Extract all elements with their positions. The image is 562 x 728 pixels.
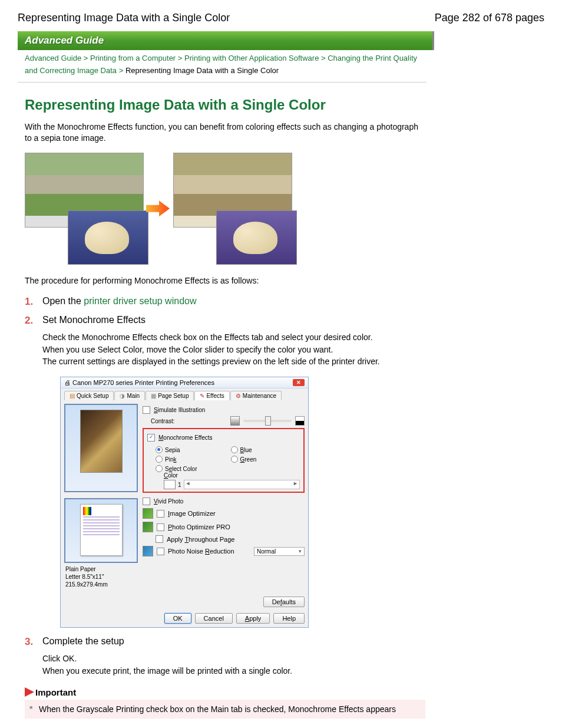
- image-optimizer-checkbox[interactable]: [157, 510, 164, 518]
- step-number: 3.: [25, 636, 33, 648]
- breadcrumb: Advanced Guide > Printing from a Compute…: [18, 50, 427, 83]
- monochrome-effects-checkbox[interactable]: [147, 434, 155, 442]
- procedure-intro: The procedure for performing Monochrome …: [25, 275, 425, 287]
- cancel-button[interactable]: Cancel: [195, 613, 233, 624]
- select-color-label: Select Color: [165, 466, 197, 472]
- contrast-low-icon: [230, 416, 240, 426]
- breadcrumb-l2[interactable]: Printing from a Computer: [90, 54, 176, 62]
- noise-reduction-label: Photo Noise Reduction: [168, 548, 234, 555]
- tab-maintenance[interactable]: ⚙Maintenance: [230, 391, 282, 400]
- sepia-label: Sepia: [165, 447, 180, 453]
- illustration-sepia-dog: [216, 210, 297, 265]
- breadcrumb-current: Representing Image Data with a Single Co…: [125, 66, 279, 75]
- important-label: Important: [35, 687, 76, 697]
- color-slider[interactable]: [184, 480, 300, 489]
- contrast-slider[interactable]: [243, 420, 292, 422]
- photo-optimizer-pro-label: Photo Optimizer PRO: [168, 523, 230, 531]
- step2-title: Set Monochrome Effects: [42, 315, 146, 325]
- photo-optimizer-pro-checkbox[interactable]: [157, 523, 164, 531]
- step-number: 2.: [25, 315, 33, 327]
- tab-page-setup[interactable]: ▦Page Setup: [146, 391, 194, 400]
- step2-body: Check the Monochrome Effects check box o…: [42, 331, 425, 367]
- color-value: 1: [178, 482, 181, 488]
- noise-reduction-select[interactable]: Normal: [254, 547, 305, 556]
- simulate-illustration-label: Simulate Illustration: [154, 407, 205, 413]
- green-label: Green: [240, 456, 257, 463]
- pink-radio[interactable]: [156, 456, 163, 463]
- sepia-radio[interactable]: [156, 446, 163, 453]
- vivid-photo-checkbox[interactable]: [143, 498, 150, 505]
- help-button[interactable]: Help: [273, 613, 305, 624]
- close-button[interactable]: ✕: [293, 379, 305, 386]
- apply-button[interactable]: Apply: [236, 613, 270, 624]
- breadcrumb-sep: >: [84, 54, 88, 62]
- printer-preferences-dialog: 🖨 Canon MP270 series Printer Printing Pr…: [60, 377, 309, 628]
- breadcrumb-l3[interactable]: Printing with Other Application Software: [184, 54, 319, 62]
- monochrome-effects-group: Monochrome Effects Sepia Blue Pink Green…: [143, 428, 305, 493]
- color-swatch: [164, 480, 176, 489]
- photo-optimizer-pro-icon: [143, 522, 153, 532]
- image-optimizer-icon: [143, 508, 153, 519]
- step3-title: Complete the setup: [42, 636, 124, 646]
- dialog-title: 🖨 Canon MP270 series Printer Printing Pr…: [64, 379, 214, 386]
- blue-radio[interactable]: [231, 446, 238, 453]
- simulate-illustration-checkbox[interactable]: [143, 406, 150, 414]
- page-number: Page 282 of 678 pages: [435, 12, 544, 24]
- printer-driver-link[interactable]: printer driver setup window: [84, 296, 196, 306]
- step-number: 1.: [25, 296, 33, 308]
- breadcrumb-sep: >: [119, 66, 124, 75]
- important-text: When the Grayscale Printing check box on…: [25, 700, 425, 719]
- breadcrumb-sep: >: [178, 54, 183, 62]
- pink-label: Pink: [165, 456, 176, 463]
- apply-throughout-label: Apply Throughout Page: [167, 536, 234, 543]
- tab-quick-setup[interactable]: ▤Quick Setup: [64, 391, 114, 400]
- page-title: Representing Image Data with a Single Co…: [18, 12, 230, 24]
- important-flag-icon: [25, 687, 34, 697]
- defaults-button[interactable]: Defaults: [263, 597, 305, 607]
- monochrome-effects-label: Monochrome Effects: [158, 434, 213, 441]
- heading-main: Representing Image Data with a Single Co…: [25, 97, 425, 113]
- breadcrumb-sep: >: [321, 54, 326, 62]
- paper-preview: [64, 498, 138, 563]
- ok-button[interactable]: OK: [164, 613, 191, 624]
- image-optimizer-label: Image Optimizer: [168, 510, 216, 517]
- illustration-original-dog: [68, 210, 148, 265]
- vivid-photo-label: Vivid Photo: [154, 498, 183, 505]
- step3-body: Click OK. When you execute print, the im…: [42, 653, 425, 677]
- contrast-high-icon: [295, 416, 305, 426]
- contrast-label: Contrast:: [151, 418, 175, 424]
- green-radio[interactable]: [231, 456, 238, 463]
- tab-effects[interactable]: ✎Effects: [194, 391, 229, 400]
- tab-main[interactable]: ◑Main: [114, 391, 145, 400]
- illustration-row: [25, 153, 425, 265]
- intro-text: With the Monochrome Effects function, yo…: [25, 121, 425, 144]
- noise-reduction-checkbox[interactable]: [157, 548, 164, 555]
- paper-info: Plain PaperLetter 8.5"x11" 215.9x279.4mm: [64, 563, 138, 591]
- blue-label: Blue: [240, 447, 252, 453]
- arrow-icon: [146, 200, 170, 218]
- settings-preview: [64, 404, 138, 492]
- noise-reduction-icon: [143, 546, 153, 556]
- apply-throughout-checkbox[interactable]: [156, 535, 163, 543]
- guide-banner: Advanced Guide: [18, 31, 434, 50]
- color-label: Color: [164, 472, 300, 479]
- breadcrumb-l1[interactable]: Advanced Guide: [25, 54, 81, 62]
- step1-prefix: Open the: [42, 296, 84, 306]
- select-color-radio[interactable]: [156, 465, 163, 472]
